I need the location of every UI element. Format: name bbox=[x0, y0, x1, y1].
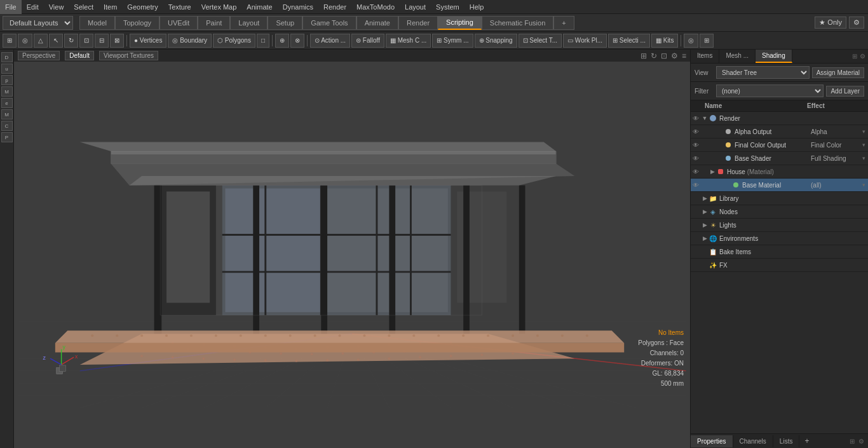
tree-item-nodes[interactable]: 👁 ▶ ◈ Nodes bbox=[691, 205, 868, 219]
props-expand-icon[interactable]: ⊞ bbox=[848, 437, 856, 446]
arrow-environments[interactable]: ▶ bbox=[701, 234, 709, 242]
tab-animate[interactable]: Animate bbox=[356, 16, 398, 30]
arrow-render[interactable]: ▼ bbox=[701, 114, 709, 122]
tab-scripting[interactable]: Scripting bbox=[438, 16, 482, 30]
menu-vertex-map[interactable]: Vertex Map bbox=[196, 0, 242, 14]
vt-selecti-btn[interactable]: ⊞ Selecti ... bbox=[608, 34, 650, 48]
menu-system[interactable]: System bbox=[431, 0, 465, 14]
vt-persp-btn[interactable]: ⊞ bbox=[3, 34, 17, 48]
tab-paint[interactable]: Paint bbox=[198, 16, 230, 30]
menu-render[interactable]: Render bbox=[318, 0, 351, 14]
tree-item-library[interactable]: 👁 ▶ 📁 Library bbox=[691, 192, 868, 205]
menu-layout[interactable]: Layout bbox=[400, 0, 431, 14]
props-settings-icon[interactable]: ⚙ bbox=[857, 437, 865, 446]
view-dropdown[interactable]: Shader Tree bbox=[716, 66, 810, 79]
tab-schematic[interactable]: Schematic Fusion bbox=[482, 16, 553, 30]
vt-symm-btn[interactable]: ⊞ Symm ... bbox=[432, 34, 473, 48]
tab-mesh[interactable]: Mesh ... bbox=[719, 50, 756, 63]
menu-view[interactable]: View bbox=[44, 0, 69, 14]
eye-final-color[interactable]: 👁 bbox=[691, 140, 701, 150]
assign-material-btn[interactable]: Assign Material bbox=[812, 67, 864, 78]
tab-topology[interactable]: Topology bbox=[115, 16, 159, 30]
tab-uvedit[interactable]: UVEdit bbox=[159, 16, 198, 30]
vt-boundary-btn[interactable]: ◎ Boundary bbox=[168, 34, 212, 48]
vt-kits-btn[interactable]: ▦ Kits bbox=[651, 34, 678, 48]
star-only-btn[interactable]: ★ Only bbox=[815, 17, 846, 29]
vp-settings-icon[interactable]: ⚙ bbox=[671, 51, 678, 60]
menu-geometry[interactable]: Geometry bbox=[122, 0, 163, 14]
panel-expand-icon[interactable]: ⊞ bbox=[852, 53, 857, 60]
tab-render[interactable]: Render bbox=[398, 16, 438, 30]
arrow-house[interactable]: ▶ bbox=[709, 168, 716, 175]
eye-base-shader[interactable]: 👁 bbox=[691, 153, 701, 163]
tree-item-bake[interactable]: 👁 📋 Bake Items bbox=[691, 245, 868, 259]
menu-help[interactable]: Help bbox=[465, 0, 489, 14]
vt-cursor-btn[interactable]: ↖ bbox=[49, 34, 63, 48]
menu-edit[interactable]: Edit bbox=[22, 0, 44, 14]
vt-polygons-btn[interactable]: ⬡ Polygons bbox=[213, 34, 255, 48]
vt-action-btn[interactable]: ⊙ Action ... bbox=[310, 34, 350, 48]
menu-texture[interactable]: Texture bbox=[163, 0, 196, 14]
tab-model[interactable]: Model bbox=[79, 16, 115, 30]
vt-meshc-btn[interactable]: ▦ Mesh C ... bbox=[386, 34, 431, 48]
vp-rot-icon[interactable]: ↻ bbox=[651, 51, 657, 60]
tree-item-environments[interactable]: 👁 ▶ 🌐 Environments bbox=[691, 232, 868, 245]
menu-item[interactable]: Item bbox=[98, 0, 122, 14]
props-tab-add[interactable]: + bbox=[799, 434, 814, 448]
sidebar-icon-m2[interactable]: M bbox=[1, 109, 13, 119]
tree-item-fx[interactable]: 👁 ✨ FX bbox=[691, 259, 868, 272]
tree-item-base-shader[interactable]: 👁 Base Shader Full Shading ▾ bbox=[691, 152, 868, 165]
tab-game-tools[interactable]: Game Tools bbox=[302, 16, 356, 30]
tab-setup[interactable]: Setup bbox=[268, 16, 302, 30]
arrow-nodes[interactable]: ▶ bbox=[701, 208, 709, 215]
panel-settings-icon[interactable]: ⚙ bbox=[860, 53, 865, 60]
tree-item-render[interactable]: 👁 ▼ Render bbox=[691, 112, 868, 125]
vt-rot-btn[interactable]: ↻ bbox=[64, 34, 78, 48]
props-tab-lists[interactable]: Lists bbox=[773, 435, 800, 447]
vp-zoom-icon[interactable]: ⊞ bbox=[641, 51, 647, 60]
vt-tri-btn[interactable]: △ bbox=[34, 34, 48, 48]
arrow-library[interactable]: ▶ bbox=[701, 194, 709, 202]
tab-add[interactable]: + bbox=[553, 16, 574, 30]
eye-house[interactable]: 👁 bbox=[691, 166, 701, 177]
vt-workpl-btn[interactable]: ▭ Work Pl... bbox=[563, 34, 607, 48]
vt-extra1-btn[interactable]: ◎ bbox=[684, 34, 698, 48]
tree-item-base-material[interactable]: 👁 Base Material (all) ▾ bbox=[691, 179, 868, 192]
sidebar-icon-u[interactable]: u bbox=[1, 64, 13, 74]
menu-file[interactable]: File bbox=[0, 0, 22, 14]
tree-item-final-color[interactable]: 👁 Final Color Output Final Color ▾ bbox=[691, 139, 868, 152]
tab-items[interactable]: Items bbox=[691, 50, 719, 63]
sidebar-icon-e[interactable]: e bbox=[1, 98, 13, 108]
vp-menu-icon[interactable]: ≡ bbox=[682, 51, 686, 60]
sidebar-icon-p2[interactable]: P bbox=[1, 132, 13, 142]
filter-dropdown[interactable]: (none) bbox=[716, 85, 824, 97]
viewport[interactable]: Perspective Default Viewport Textures ⊞ … bbox=[14, 50, 690, 448]
tree-item-house[interactable]: 👁 ▶ House (Material) bbox=[691, 165, 868, 179]
sidebar-icon-m[interactable]: M bbox=[1, 86, 13, 97]
vt-mode-btn[interactable]: □ bbox=[257, 34, 269, 48]
eye-base-material[interactable]: 👁 bbox=[691, 180, 701, 190]
arrow-lights[interactable]: ▶ bbox=[701, 221, 709, 229]
tree-item-lights[interactable]: 👁 ▶ ☀ Lights bbox=[691, 219, 868, 232]
sidebar-icon-d[interactable]: D bbox=[1, 52, 13, 62]
settings-btn[interactable]: ⚙ bbox=[849, 17, 864, 29]
vt-sym-btn[interactable]: ⊠ bbox=[110, 34, 124, 48]
vt-uv2-btn[interactable]: ⊗ bbox=[290, 34, 304, 48]
sidebar-icon-c[interactable]: C bbox=[1, 121, 13, 131]
vt-uv1-btn[interactable]: ⊕ bbox=[275, 34, 289, 48]
vp-textures-label[interactable]: Viewport Textures bbox=[99, 51, 158, 60]
vp-fit-icon[interactable]: ⊡ bbox=[661, 51, 667, 60]
vp-default-label[interactable]: Default bbox=[65, 51, 94, 60]
vp-perspective-label[interactable]: Perspective bbox=[18, 51, 60, 60]
tab-layout[interactable]: Layout bbox=[230, 16, 268, 30]
props-tab-channels[interactable]: Channels bbox=[733, 435, 773, 447]
add-layer-btn[interactable]: Add Layer bbox=[826, 86, 864, 97]
vt-loop-btn[interactable]: ⊟ bbox=[95, 34, 109, 48]
vt-snapping-btn[interactable]: ⊕ Snapping bbox=[475, 34, 517, 48]
menu-maxtomodo[interactable]: MaxToModo bbox=[351, 0, 400, 14]
eye-alpha[interactable]: 👁 bbox=[691, 126, 701, 137]
vt-extra2-btn[interactable]: ⊞ bbox=[700, 34, 714, 48]
menu-select[interactable]: Select bbox=[69, 0, 98, 14]
tree-item-alpha[interactable]: 👁 Alpha Output Alpha ▾ bbox=[691, 125, 868, 139]
eye-render[interactable]: 👁 bbox=[691, 113, 701, 123]
